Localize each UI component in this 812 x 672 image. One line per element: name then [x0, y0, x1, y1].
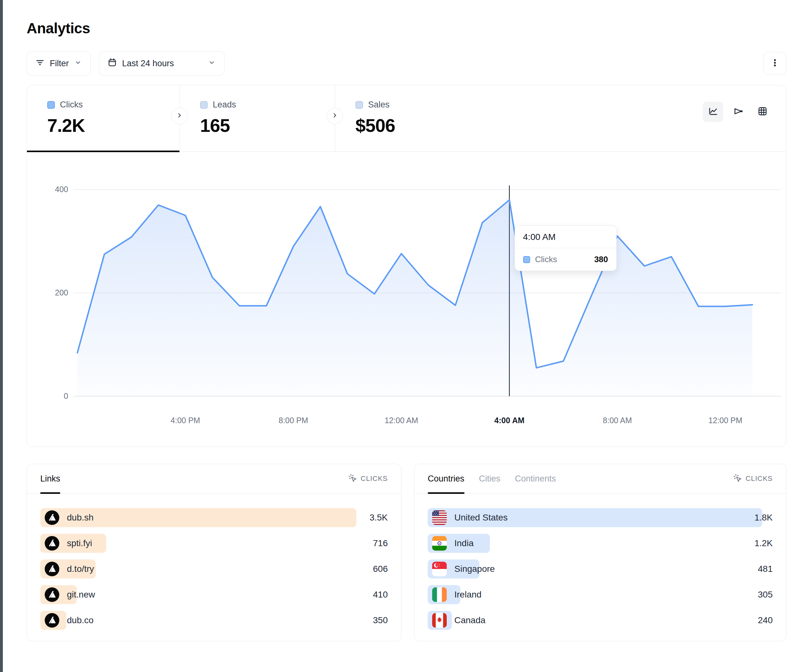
tab-sales[interactable]: Sales $506 [335, 85, 500, 152]
stats-tabs: Clicks 7.2K Leads 165 Sales $506 [27, 85, 786, 152]
tab-clicks[interactable]: Clicks 7.2K [27, 85, 179, 152]
us-flag-icon [432, 510, 447, 525]
row-name: Singapore [454, 564, 495, 574]
dub-logo-avatar [45, 613, 59, 628]
sales-legend-swatch [355, 101, 363, 109]
countries-metric-label: CLICKS [746, 474, 773, 483]
tab-countries[interactable]: Countries [428, 464, 464, 493]
clicks-area-chart[interactable]: 02004004:00 PM8:00 PM12:00 AM4:00 AM8:00… [27, 152, 786, 446]
left-accent-strip [0, 0, 3, 672]
line-chart-view-button[interactable] [703, 102, 723, 122]
chart-area-fill [77, 200, 752, 396]
x-axis-tick: 12:00 PM [708, 416, 742, 425]
links-panel: Links CLICKS dub.sh 3.5K spti.fyi 716 d.… [27, 464, 401, 641]
tab-continents[interactable]: Continents [515, 464, 556, 493]
row-value: 716 [373, 538, 388, 548]
row-value: 1.8K [754, 513, 773, 523]
row-value: 305 [758, 590, 773, 600]
toolbar: Filter Last 24 hours [27, 51, 786, 75]
list-item[interactable]: spti.fyi 716 [40, 534, 388, 553]
funnel-view-button[interactable] [728, 102, 748, 122]
leads-tab-label: Leads [213, 100, 236, 110]
grid-table-icon [757, 106, 768, 118]
list-item[interactable]: git.new 410 [40, 585, 388, 604]
date-range-button[interactable]: Last 24 hours [99, 51, 225, 75]
list-item[interactable]: d.to/try 606 [40, 559, 388, 578]
list-item[interactable]: United States 1.8K [428, 508, 773, 527]
tab-links[interactable]: Links [40, 464, 60, 493]
row-value: 3.5K [369, 513, 388, 523]
cursor-click-icon [733, 474, 742, 484]
dub-logo-avatar [45, 536, 59, 551]
cities-tab-label: Cities [479, 474, 501, 484]
y-axis-tick: 400 [55, 185, 68, 194]
row-name: d.to/try [67, 564, 94, 574]
countries-tab-label: Countries [428, 474, 464, 484]
tab-cities[interactable]: Cities [479, 464, 501, 493]
row-name: Ireland [454, 590, 482, 600]
analytics-page: Analytics Filter Last 24 hours [27, 0, 786, 641]
sales-value: $506 [355, 115, 500, 136]
row-value: 481 [758, 564, 773, 574]
clicks-legend-swatch [47, 101, 55, 109]
dub-logo-avatar [45, 562, 59, 576]
continents-tab-label: Continents [515, 474, 556, 484]
dub-logo-avatar [45, 587, 59, 602]
leads-value: 165 [200, 115, 335, 136]
row-value: 350 [373, 615, 388, 625]
links-metric-label: CLICKS [361, 474, 388, 483]
x-axis-tick: 4:00 PM [171, 416, 200, 425]
tooltip-series-label: Clicks [535, 254, 557, 264]
clicks-tab-label: Clicks [60, 100, 83, 110]
row-name: spti.fyi [67, 538, 92, 548]
list-item[interactable]: Singapore 481 [428, 559, 773, 578]
chevron-right-icon [175, 111, 184, 121]
dub-logo-avatar [45, 510, 59, 525]
row-name: India [454, 538, 474, 548]
links-tab-label: Links [40, 474, 60, 484]
row-value: 240 [758, 615, 773, 625]
x-axis-tick: 4:00 AM [494, 416, 524, 425]
next-metric-button[interactable] [171, 108, 188, 124]
countries-metric[interactable]: CLICKS [733, 464, 773, 493]
list-item[interactable]: Canada 240 [428, 611, 773, 630]
row-name: dub.co [67, 615, 94, 625]
date-range-label: Last 24 hours [122, 59, 174, 68]
row-value: 1.2K [754, 538, 773, 548]
chevron-right-icon [331, 111, 339, 121]
tab-leads[interactable]: Leads 165 [179, 85, 335, 152]
row-name: Canada [454, 615, 485, 625]
list-item[interactable]: dub.sh 3.5K [40, 508, 388, 527]
calendar-icon [107, 58, 117, 70]
line-chart-icon [708, 106, 718, 118]
more-options-button[interactable] [764, 52, 786, 75]
row-value: 606 [373, 564, 388, 574]
links-metric[interactable]: CLICKS [348, 464, 388, 493]
page-title: Analytics [27, 20, 786, 37]
chart-view-toggles [703, 102, 773, 122]
list-item[interactable]: India 1.2K [428, 534, 773, 553]
table-view-button[interactable] [752, 102, 773, 122]
tooltip-legend-swatch [523, 256, 530, 263]
leads-legend-swatch [200, 101, 208, 109]
chevron-down-icon [208, 58, 216, 69]
kebab-menu-icon [770, 58, 780, 69]
x-axis-tick: 8:00 AM [603, 416, 632, 425]
next-metric-button[interactable] [327, 108, 343, 124]
sales-tab-label: Sales [368, 100, 390, 110]
list-item[interactable]: dub.co 350 [40, 611, 388, 630]
ie-flag-icon [432, 587, 447, 602]
clicks-value: 7.2K [47, 115, 179, 136]
row-name: United States [454, 513, 508, 523]
countries-panel: Countries Cities Continents CLICKS Unite… [414, 464, 786, 641]
list-item[interactable]: Ireland 305 [428, 585, 773, 604]
row-name: git.new [67, 590, 95, 600]
ca-flag-icon [432, 613, 447, 628]
funnel-icon [732, 106, 743, 118]
x-axis-tick: 8:00 PM [279, 416, 308, 425]
chevron-down-icon [74, 58, 82, 69]
row-name: dub.sh [67, 513, 94, 523]
cursor-click-icon [348, 474, 357, 484]
filter-button-label: Filter [50, 59, 69, 68]
filter-button[interactable]: Filter [27, 51, 91, 75]
